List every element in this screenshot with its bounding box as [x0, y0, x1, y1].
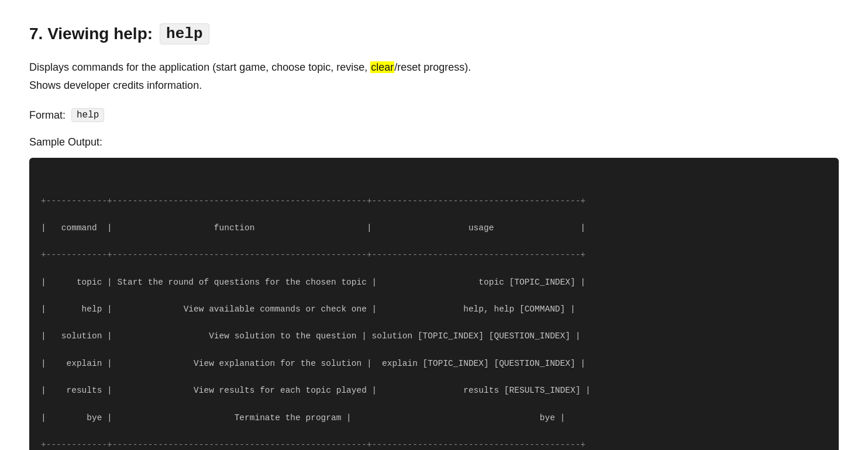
highlighted-word: clear [370, 61, 394, 73]
description-line2: Shows developer credits information. [29, 79, 202, 91]
sample-output-label: Sample Output: [29, 136, 839, 148]
terminal-row-explain: | explain | View explanation for the sol… [41, 357, 827, 371]
terminal-separator-top: +------------+--------------------------… [41, 195, 827, 208]
terminal-row-results: | results | View results for each topic … [41, 384, 827, 397]
description-after-highlight: /reset progress). [394, 61, 471, 73]
description-before-highlight: Displays commands for the application (s… [29, 61, 370, 73]
format-label: Format: [29, 109, 66, 122]
terminal-separator-mid: +------------+--------------------------… [41, 248, 827, 262]
terminal-separator-bottom: +------------+--------------------------… [41, 438, 827, 450]
terminal-output: +------------+--------------------------… [29, 158, 839, 450]
page-title: 7. Viewing help: help [29, 23, 839, 44]
terminal-header: | command | function | usage | [41, 221, 827, 235]
format-code: help [71, 108, 104, 122]
terminal-row-help: | help | View available commands or chec… [41, 303, 827, 316]
title-text: 7. Viewing help: [29, 25, 153, 43]
terminal-row-topic: | topic | Start the round of questions f… [41, 276, 827, 289]
format-line: Format: help [29, 108, 839, 122]
description: Displays commands for the application (s… [29, 58, 839, 94]
terminal-row-bye: | bye | Terminate the program | bye | [41, 411, 827, 425]
terminal-row-solution: | solution | View solution to the questi… [41, 330, 827, 343]
title-code: help [160, 23, 209, 44]
